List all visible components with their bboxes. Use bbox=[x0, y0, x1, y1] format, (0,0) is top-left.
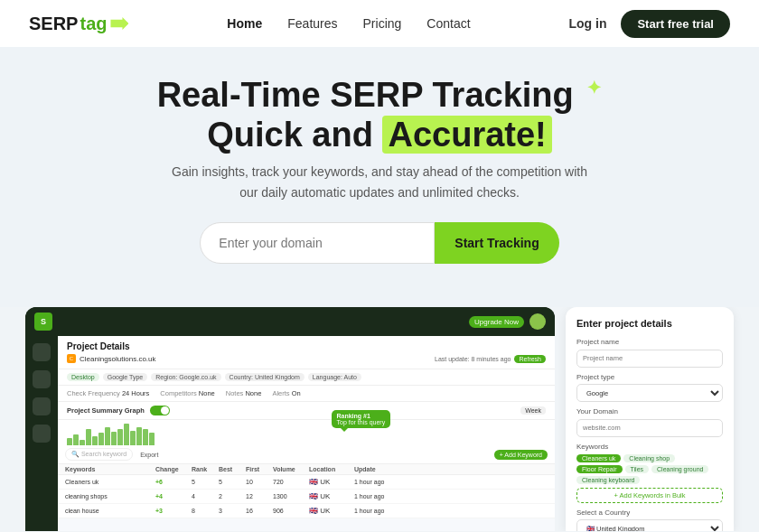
upgrade-badge[interactable]: Upgrade Now bbox=[469, 316, 524, 328]
add-bulk-button[interactable]: + Add Keywords in Bulk bbox=[576, 488, 723, 503]
tag-google: Google Type bbox=[103, 373, 148, 381]
change-cell: +4 bbox=[155, 493, 192, 499]
volume-cell: 906 bbox=[273, 508, 309, 514]
start-tracking-button[interactable]: Start Tracking bbox=[435, 222, 558, 264]
nav-home[interactable]: Home bbox=[227, 16, 262, 31]
metric-comp: Competitors None bbox=[160, 389, 214, 397]
form-panel: Enter project details Project name Proje… bbox=[566, 307, 734, 531]
sidebar-settings-icon[interactable] bbox=[33, 425, 51, 443]
search-keyword-input[interactable]: 🔍 Search keyword bbox=[65, 448, 133, 461]
logo-serp: SERP bbox=[29, 14, 78, 34]
project-name-input[interactable] bbox=[576, 350, 723, 368]
tag-region: Region: Google.co.uk bbox=[151, 373, 220, 381]
chart-bar bbox=[149, 433, 155, 445]
nav-features[interactable]: Features bbox=[287, 16, 337, 31]
tag-row: Desktop Google Type Region: Google.co.uk… bbox=[58, 369, 555, 386]
col-best: Best bbox=[219, 466, 246, 472]
best-cell: 5 bbox=[219, 479, 246, 485]
kw-tag[interactable]: Cleaning ground bbox=[651, 465, 708, 473]
hero-subtext: Gain insights, track your keywords, and … bbox=[172, 162, 587, 202]
change-cell: +6 bbox=[155, 479, 192, 485]
nav-contact[interactable]: Contact bbox=[426, 16, 470, 31]
keyword-cell: Cleaners uk bbox=[65, 479, 155, 485]
graph-toggle[interactable] bbox=[150, 406, 170, 415]
tag-desktop: Desktop bbox=[67, 373, 99, 381]
location-cell: 🇬🇧 UK bbox=[309, 507, 354, 515]
chart-bar bbox=[98, 433, 104, 445]
col-update: Update bbox=[354, 466, 399, 472]
logo-arrow-icon bbox=[110, 17, 128, 30]
table-toolbar: 🔍 Search keyword Export + Add Keyword bbox=[58, 445, 555, 464]
location-cell: 🇬🇧 UK bbox=[309, 478, 354, 486]
nav-pricing[interactable]: Pricing bbox=[363, 16, 402, 31]
best-cell: 3 bbox=[219, 508, 246, 514]
graph-label: Project Summary Graph bbox=[67, 406, 145, 415]
col-keywords: Keywords bbox=[65, 466, 155, 472]
keyword-cell: cleaning shops bbox=[65, 493, 155, 499]
hero-headline: Real-Time SERP Tracking ✦ Quick and Accu… bbox=[18, 76, 741, 154]
domain-input[interactable] bbox=[200, 222, 435, 264]
chart-bar bbox=[80, 440, 85, 445]
country-select[interactable]: 🇬🇧 United Kingdom bbox=[576, 519, 723, 531]
sidebar-search-icon[interactable] bbox=[33, 370, 51, 388]
logo-tag: tag bbox=[80, 14, 107, 34]
project-title: Project Details bbox=[67, 341, 546, 351]
location-cell: 🇬🇧 UK bbox=[309, 492, 354, 500]
rank-cell: 8 bbox=[192, 508, 219, 514]
metric-freq: Check Frequency 24 Hours bbox=[67, 389, 149, 397]
nav-right: Log in Start free trial bbox=[568, 10, 730, 38]
first-cell: 10 bbox=[246, 479, 273, 485]
cta-row: Start Tracking bbox=[18, 222, 741, 264]
keywords-tags: Cleaners uk Cleaning shop Floor Repair T… bbox=[576, 454, 723, 484]
table-row: clean house +3 8 3 16 906 🇬🇧 UK 1 hour a… bbox=[58, 504, 555, 518]
chart-bar bbox=[143, 429, 148, 445]
tooltip-sublabel: Top for this query bbox=[337, 419, 386, 425]
kw-tag[interactable]: Cleaning keyboard bbox=[576, 476, 640, 484]
project-type-label: Project type bbox=[576, 373, 723, 381]
form-title: Enter project details bbox=[576, 318, 723, 329]
hero-section: Real-Time SERP Tracking ✦ Quick and Accu… bbox=[0, 47, 759, 307]
app-mockup: S Upgrade Now Project Details C Cleaning… bbox=[25, 307, 555, 531]
add-keyword-button[interactable]: + Add Keyword bbox=[494, 450, 548, 460]
export-button[interactable]: Export bbox=[140, 452, 158, 458]
last-update: Last update: 8 minutes ago bbox=[435, 356, 511, 362]
update-cell: 1 hour ago bbox=[354, 479, 399, 485]
sidebar-chart-icon[interactable] bbox=[33, 397, 51, 415]
login-button[interactable]: Log in bbox=[568, 16, 606, 31]
change-cell: +3 bbox=[155, 508, 192, 514]
kw-tag[interactable]: Cleaning shop bbox=[623, 454, 675, 462]
headline-line1: Real-Time SERP Tracking bbox=[157, 76, 574, 114]
kw-tag[interactable]: Floor Repair bbox=[576, 465, 623, 473]
project-domain-row: C Cleaningsolutions.co.uk Last update: 8… bbox=[67, 354, 546, 363]
chart-bar bbox=[105, 427, 110, 445]
sparkle-icon: ✦ bbox=[586, 78, 602, 98]
kw-tag[interactable]: Cleaners uk bbox=[576, 454, 621, 462]
volume-cell: 720 bbox=[273, 479, 309, 485]
trial-button[interactable]: Start free trial bbox=[621, 10, 730, 38]
ranking-tooltip: Ranking #1 Top for this query bbox=[332, 410, 391, 428]
chart-bar bbox=[130, 431, 136, 445]
table-row: Cleaners uk +6 5 5 10 720 🇬🇧 UK 1 hour a… bbox=[58, 475, 555, 490]
chart-bar bbox=[124, 424, 129, 445]
kw-tag[interactable]: Tiles bbox=[625, 465, 650, 473]
week-select[interactable]: Week bbox=[520, 406, 546, 415]
first-cell: 12 bbox=[246, 493, 273, 499]
chart-bar bbox=[117, 429, 123, 445]
nav-links: Home Features Pricing Contact bbox=[227, 15, 470, 32]
refresh-button[interactable]: Refresh bbox=[514, 355, 546, 363]
domain-input-panel[interactable] bbox=[576, 419, 723, 437]
project-type-select[interactable]: Google bbox=[576, 384, 723, 402]
logo: SERPtag bbox=[29, 14, 128, 34]
table-area: 🔍 Search keyword Export + Add Keyword Ke… bbox=[58, 445, 555, 518]
volume-cell: 1300 bbox=[273, 493, 309, 499]
chart-bar bbox=[73, 434, 79, 445]
app-topbar-right: Upgrade Now bbox=[469, 313, 546, 330]
chart-bar bbox=[136, 427, 142, 445]
col-change: Change bbox=[155, 466, 192, 472]
dashboard-area: S Upgrade Now Project Details C Cleaning… bbox=[0, 307, 759, 531]
tag-language: Language: Auto bbox=[308, 373, 361, 381]
sidebar-home-icon[interactable] bbox=[33, 343, 51, 361]
keywords-label: Keywords bbox=[576, 443, 723, 451]
rank-cell: 4 bbox=[192, 493, 219, 499]
table-row: cleaning shops +4 4 2 12 1300 🇬🇧 UK 1 ho… bbox=[58, 490, 555, 504]
